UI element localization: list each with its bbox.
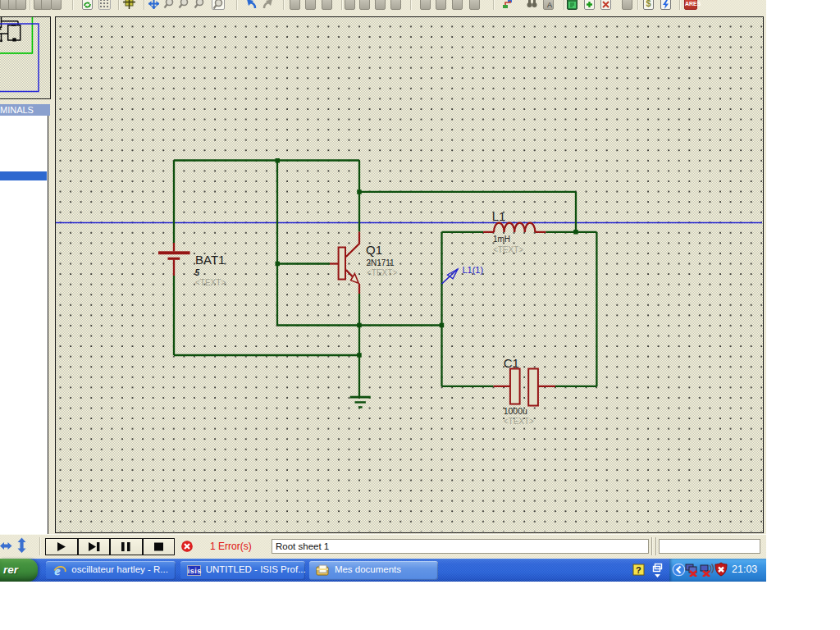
svg-text:L1(1): L1(1): [462, 265, 483, 275]
svg-text:<TEXT>: <TEXT>: [195, 278, 226, 287]
svg-text:BAT1: BAT1: [195, 253, 225, 267]
svg-text:1000u: 1000u: [503, 406, 527, 416]
svg-text:?: ?: [636, 565, 641, 575]
svg-text:<TEXT>: <TEXT>: [367, 268, 397, 277]
svg-text:L1: L1: [491, 209, 505, 223]
svg-text:2N1711: 2N1711: [366, 258, 395, 267]
svg-text:<TEXT>: <TEXT>: [492, 245, 523, 254]
svg-text:C1: C1: [503, 356, 518, 370]
svg-text:Q1: Q1: [366, 243, 382, 257]
svg-text:<TEXT>: <TEXT>: [503, 417, 533, 426]
svg-text:1mH: 1mH: [492, 235, 509, 244]
svg-text:5: 5: [194, 268, 199, 277]
